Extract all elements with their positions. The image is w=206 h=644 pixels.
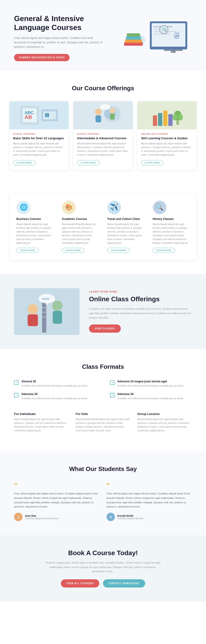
svg-rect-55 [42, 316, 46, 318]
audience-title-2: Group Lessons [137, 412, 192, 416]
online-classes-illustration: Hello! [14, 288, 80, 335]
author-name-0: Jane Doe [25, 514, 58, 517]
testimonial-text-1: Cras ultrices ligula sed magna dictum po… [107, 492, 192, 509]
small-card-desc-0: Mauris blandit aliquet elit, eget tincid… [16, 222, 53, 245]
audience-desc-2: Mauris blandit aliquet elit, eget tincid… [137, 418, 192, 432]
svg-rect-32 [153, 115, 157, 126]
course-card-image-intermediate: ... [73, 101, 133, 130]
course-offerings-title: Our Course Offerings [9, 85, 197, 92]
svg-text:🔍: 🔍 [162, 28, 167, 32]
course-card-image-self-learning [137, 101, 197, 130]
format-label-0: General 20 [21, 380, 88, 383]
small-card-academic: 🎨 Academic Courses Maurisaudhoff blandit… [59, 200, 101, 253]
small-learn-more-1[interactable]: LEARN MORE [62, 248, 84, 253]
learn-more-btn-2[interactable]: LEARN MORE [141, 160, 164, 165]
audience-card-groups: Group Lessons Mauris blandit aliquet eli… [137, 412, 192, 432]
basic-skills-illustration: ABC AB 🅱 [16, 101, 62, 130]
course-card-image-basic: ABC AB 🅱 [9, 101, 69, 130]
small-card-desc-3: Mauris blandit aliquet elit, eget tincid… [153, 222, 190, 245]
svg-rect-50 [28, 314, 38, 326]
contact-admissions-button[interactable]: CONTACT ADMISSIONS [103, 579, 145, 588]
audience-title-1: For Kids [76, 412, 130, 416]
hero-illustration: 공 🔍 [117, 17, 192, 59]
svg-rect-53 [42, 307, 46, 308]
course-cards-row: ABC AB 🅱 IN MAIL COURSES Basic Skills fo… [9, 101, 197, 170]
course-card-tag-2: ONLINE SELF-GUIDES [141, 133, 193, 135]
travel-culture-icon: ✈️ [107, 200, 121, 214]
author-info-0: Jane Doe Learning Japanese for Business [25, 514, 58, 520]
svg-rect-33 [158, 113, 162, 126]
avatar-0: J [14, 513, 22, 521]
svg-rect-54 [42, 312, 46, 313]
testimonial-author-0: J Jane Doe Learning Japanese for Busines… [14, 513, 99, 521]
testimonials-grid: " Cras ultrices ligula sed magna dictum … [14, 482, 192, 521]
small-learn-more-0[interactable]: LEARN MORE [16, 248, 39, 253]
svg-text:🔍: 🔍 [155, 203, 164, 211]
avatar-1: A [107, 513, 115, 521]
course-card-body-self-learning: ONLINE SELF-GUIDES Self Learning Courses… [137, 130, 197, 165]
hero-section: General & Intensive Language Courses Cra… [0, 0, 206, 70]
format-check-0 [14, 380, 19, 385]
svg-rect-14 [171, 50, 176, 53]
view-classes-button[interactable]: VIEW CLASSES [89, 324, 121, 333]
svg-rect-10 [125, 40, 142, 43]
small-card-business: 🌐 Business Courses Mauris blandit alique… [14, 200, 56, 253]
svg-rect-7 [154, 34, 170, 34]
svg-text:🅱: 🅱 [45, 113, 49, 117]
svg-rect-12 [127, 33, 140, 36]
online-classes-image: Hello! [14, 288, 80, 335]
small-card-desc-1: Maurisaudhoff blandit aliquet elit, eget… [62, 222, 99, 245]
format-label-2: Intensive 25 [21, 392, 88, 396]
self-learning-illustration [144, 101, 190, 130]
testimonial-0: " Cras ultrices ligula sed magna dictum … [14, 482, 99, 521]
svg-text:🌐: 🌐 [20, 203, 28, 211]
book-course-title: Book A Course Today! [14, 549, 192, 557]
view-all-courses-button[interactable]: VIEW ALL COURSES [61, 579, 99, 588]
format-check-3 [110, 393, 115, 398]
hero-title: General & Intensive Language Courses [14, 14, 103, 32]
format-item-3: Intensive 30 Curabitur non nulla sit ame… [110, 392, 192, 400]
book-course-description: Vivamus magna justo, lacinia eget consec… [44, 560, 162, 574]
hero-image: 공 🔍 [117, 17, 192, 59]
format-text-1: Intensive 24 magna justo lacinia eget Cu… [118, 380, 184, 388]
format-check-1 [110, 380, 115, 385]
learn-more-btn-0[interactable]: LEARN MORE [13, 160, 35, 165]
svg-point-49 [28, 304, 38, 314]
audience-desc-0: Mauris blandit aliquet elit, eget tincid… [14, 418, 69, 432]
format-desc-0: Curabitur non nulla sit amet nisl tempus… [21, 384, 88, 388]
testimonial-text-0: Cras ultrices ligula sed magna dictum po… [14, 492, 99, 509]
author-role-1: Full-time Student Abroad [117, 517, 143, 520]
history-icon: 🔍 [153, 200, 167, 214]
online-description: Curabitur non nulla sit amet nisl tempus… [89, 307, 192, 320]
svg-text:Hello!: Hello! [42, 297, 49, 300]
online-subtitle: LEARN FROM HOME [89, 290, 192, 293]
small-learn-more-2[interactable]: LEARN MORE [107, 248, 130, 253]
svg-point-39 [178, 114, 183, 120]
course-card-desc-0: Mauris blandit aliquet elit, eget tincid… [13, 142, 65, 157]
online-classes-section: Hello! LEARN FROM HOME Online Class Offe… [0, 274, 206, 349]
quote-mark-1: " [107, 482, 192, 489]
learn-more-btn-1[interactable]: LEARN MORE [77, 160, 99, 165]
audience-title-0: For Individuals [14, 412, 69, 416]
second-row-section: 🌐 Business Courses Mauris blandit alique… [0, 184, 206, 274]
svg-text:공: 공 [173, 32, 180, 39]
small-card-history: 🔍 History Classes Mauris blandit aliquet… [150, 200, 192, 253]
course-card-body-intermediate: IN MAIL COURSES Intermediate & Advanced … [73, 130, 133, 165]
small-learn-more-3[interactable]: LEARN MORE [153, 248, 175, 253]
online-title: Online Class Offerings [89, 296, 192, 303]
format-item-2: Intensive 25 Curabitur non nulla sit ame… [14, 392, 96, 400]
course-card-tag-1: IN MAIL COURSES [77, 133, 129, 135]
format-check-2 [14, 393, 19, 398]
audience-grid: For Individuals Mauris blandit aliquet e… [14, 412, 192, 437]
svg-text:🎨: 🎨 [65, 204, 73, 211]
format-text-0: General 20 Curabitur non nulla sit amet … [21, 380, 88, 388]
formats-grid: General 20 Curabitur non nulla sit amet … [14, 380, 192, 400]
author-role-0: Learning Japanese for Business [25, 517, 58, 520]
book-course-buttons: VIEW ALL COURSES CONTACT ADMISSIONS [14, 579, 192, 588]
course-card-self-learning: ONLINE SELF-GUIDES Self Learning Courses… [137, 101, 197, 170]
travel-icon: ✈️ [107, 200, 121, 214]
svg-point-56 [52, 300, 62, 311]
summer-registration-button[interactable]: SUMMER REGISTRATION IS OPEN! [14, 54, 69, 61]
students-say-section: What Our Students Say " Cras ultrices li… [0, 451, 206, 535]
testimonial-1: " Cras ultrices ligula sed magna dictum … [107, 482, 192, 521]
